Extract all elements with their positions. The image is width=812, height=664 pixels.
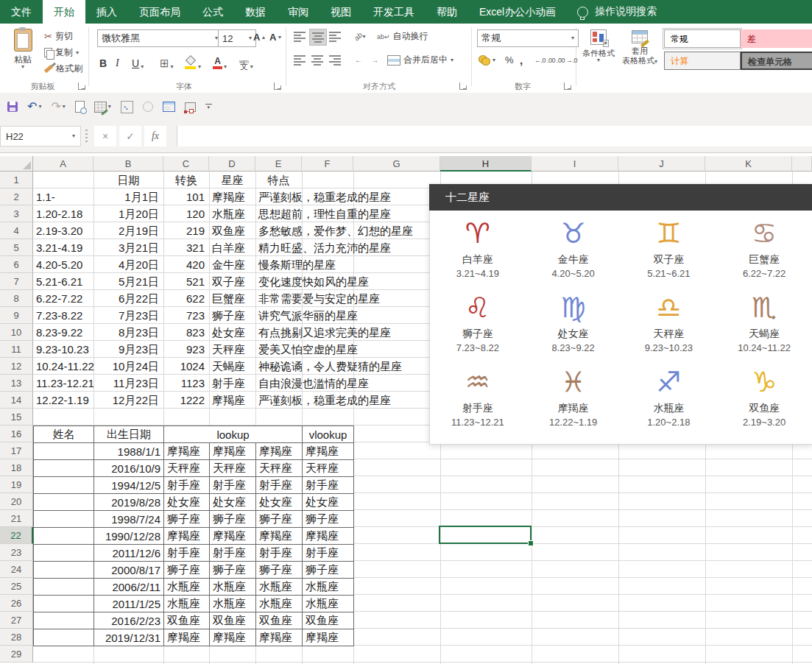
cell-B3[interactable]: 1月20日 [93, 205, 159, 222]
table-header-lookup[interactable]: lookup [164, 426, 303, 443]
cell-F24[interactable]: 狮子座 [303, 562, 354, 579]
align-right-button[interactable] [327, 52, 343, 68]
cell-A20[interactable] [34, 494, 94, 511]
active-cell-selection[interactable] [439, 526, 532, 544]
edit-table-button[interactable]: ▾ [94, 102, 111, 113]
cell-D25[interactable]: 水瓶座 [210, 579, 256, 596]
cell-C6[interactable]: 420 [163, 256, 205, 273]
copy-button[interactable]: 复制 ▾ [44, 45, 79, 60]
column-header-F[interactable]: F [302, 156, 353, 172]
tab-审阅[interactable]: 审阅 [277, 0, 319, 24]
tab-开发工具[interactable]: 开发工具 [362, 0, 426, 24]
cell-C22[interactable]: 摩羯座 [164, 528, 210, 545]
cell-A18[interactable] [34, 460, 94, 477]
cell-E13[interactable]: 自由浪漫也滥情的星座 [258, 375, 369, 392]
row-header-8[interactable]: 8 [0, 290, 33, 307]
cell-A14[interactable]: 12.22-1.19 [36, 392, 89, 409]
cell-E4[interactable]: 多愁敏感，爱作梦、幻想的星座 [258, 222, 413, 239]
cell-B10[interactable]: 8月23日 [93, 324, 159, 341]
cell-D11[interactable]: 天秤座 [212, 341, 245, 358]
formula-input[interactable] [177, 126, 812, 146]
cell-A25[interactable] [34, 579, 94, 596]
cell-B8[interactable]: 6月22日 [93, 290, 159, 307]
cell-E17[interactable]: 摩羯座 [256, 443, 303, 460]
cell-A23[interactable] [34, 545, 94, 562]
cell-D19[interactable]: 射手座 [210, 477, 256, 494]
cell-A17[interactable] [34, 443, 94, 460]
cell-style-差[interactable]: 差 [741, 29, 812, 48]
record-circle-button[interactable] [143, 102, 153, 112]
resize-button[interactable]: ↔ [121, 101, 133, 113]
borders-button[interactable]: ⊞▾ [158, 53, 176, 69]
increase-decimal-button[interactable]: ←.0 .00 [534, 52, 555, 68]
save-button[interactable] [7, 102, 18, 112]
cell-B23[interactable]: 2011/12/6 [94, 545, 164, 562]
font-family-select[interactable]: 微软雅黑 ▾ [97, 29, 222, 47]
cell-D13[interactable]: 射手座 [212, 375, 245, 392]
cell-B24[interactable]: 2000/8/17 [94, 562, 164, 579]
cell-B18[interactable]: 2016/10/9 [94, 460, 164, 477]
cell-B13[interactable]: 11月23日 [93, 375, 159, 392]
cell-C19[interactable]: 射手座 [164, 477, 210, 494]
cell-A22[interactable] [34, 528, 94, 545]
cell-B2[interactable]: 1月1日 [93, 188, 159, 205]
cell-D9[interactable]: 狮子座 [212, 307, 245, 324]
cell-C17[interactable]: 摩羯座 [164, 443, 210, 460]
number-dialog-launcher[interactable] [564, 82, 571, 90]
font-color-button[interactable]: A▾ [211, 53, 229, 69]
cell-A4[interactable]: 2.19-3.20 [36, 222, 82, 239]
row-header-10[interactable]: 10 [0, 324, 33, 341]
comma-style-button[interactable]: , [520, 52, 523, 68]
row-header-11[interactable]: 11 [0, 341, 33, 358]
name-box[interactable]: H22 ▾ [0, 126, 81, 146]
cell-B28[interactable]: 2019/12/31 [94, 629, 164, 646]
cell-F23[interactable]: 射手座 [303, 545, 354, 562]
align-left-button[interactable] [292, 52, 308, 68]
cell-C1[interactable]: 转换 [163, 172, 209, 188]
cell-D14[interactable]: 摩羯座 [212, 392, 245, 409]
cell-E2[interactable]: 严谨刻板，稳重老成的星座 [258, 188, 391, 205]
cell-E10[interactable]: 有点挑剔又追求完美的星座 [258, 324, 391, 341]
tab-页面布局[interactable]: 页面布局 [128, 0, 191, 24]
cell-E20[interactable]: 处女座 [256, 494, 303, 511]
column-header-J[interactable]: J [618, 156, 705, 172]
row-header-7[interactable]: 7 [0, 273, 33, 290]
italic-button[interactable]: I [113, 53, 121, 69]
column-header-C[interactable]: C [163, 156, 209, 172]
cell-D28[interactable]: 摩羯座 [210, 629, 256, 646]
row-header-13[interactable]: 13 [0, 375, 33, 392]
align-top-button[interactable] [292, 29, 308, 44]
column-header-B[interactable]: B [93, 156, 163, 172]
row-header-9[interactable]: 9 [0, 307, 33, 324]
cell-F20[interactable]: 处女座 [303, 494, 354, 511]
cell-A12[interactable]: 10.24-11.22 [36, 358, 94, 375]
qat-more-button[interactable]: ▾ [205, 104, 212, 110]
fill-color-button[interactable]: ▾ [183, 53, 203, 69]
increase-indent-button[interactable]: → [367, 52, 383, 68]
cell-E8[interactable]: 非常需要爱与安定的星座 [258, 290, 380, 307]
cell-A19[interactable] [34, 477, 94, 494]
tab-Excel办公小动画[interactable]: Excel办公小动画 [468, 0, 567, 24]
paste-button[interactable]: 粘贴 ▾ [6, 26, 40, 86]
cell-D24[interactable]: 狮子座 [210, 562, 256, 579]
font-dialog-launcher[interactable] [274, 82, 281, 90]
row-header-22[interactable]: 22 [0, 527, 33, 544]
shrink-font-button[interactable]: A▼ [269, 29, 282, 44]
row-header-4[interactable]: 4 [0, 222, 33, 239]
cell-C3[interactable]: 120 [163, 205, 205, 222]
cell-E7[interactable]: 变化速度快如风的星座 [258, 273, 369, 290]
enter-button[interactable]: ✓ [119, 126, 141, 146]
cell-B19[interactable]: 1994/12/5 [94, 477, 164, 494]
row-header-29[interactable]: 29 [0, 646, 33, 663]
cell-B25[interactable]: 2006/2/11 [94, 579, 164, 596]
row-header-5[interactable]: 5 [0, 239, 33, 256]
column-header-G[interactable]: G [353, 156, 440, 172]
cell-C2[interactable]: 101 [163, 188, 205, 205]
cell-A5[interactable]: 3.21-4.19 [36, 239, 82, 256]
tab-插入[interactable]: 插入 [85, 0, 128, 24]
cell-A26[interactable] [34, 596, 94, 612]
cell-E27[interactable]: 双鱼座 [256, 612, 303, 629]
cell-B20[interactable]: 2019/8/28 [94, 494, 164, 511]
column-header-K[interactable]: K [705, 156, 792, 172]
camera-button[interactable] [185, 102, 196, 112]
